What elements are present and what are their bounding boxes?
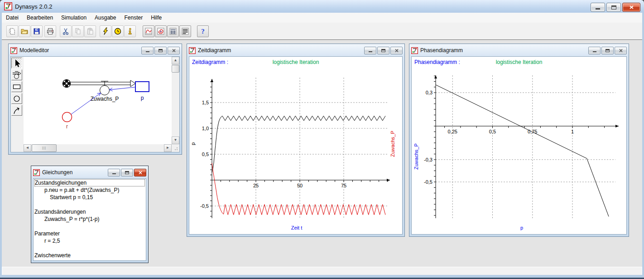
gleichungen-close-button[interactable] — [134, 169, 146, 176]
toolbar-button-equations-view[interactable] — [179, 25, 191, 37]
equation-section-zwischenwerte[interactable]: Zwischenwerte — [34, 252, 145, 259]
flow-tool-icon — [12, 70, 22, 80]
lightning-bolt-icon — [101, 27, 110, 35]
maximize-icon — [159, 49, 163, 52]
dynasys-main-window: Dynasys 2.0.2 Datei Bearbeiten Simulatio… — [0, 0, 644, 279]
svg-text:75: 75 — [341, 183, 346, 188]
equation-section-parameter[interactable]: Parameter — [34, 230, 145, 237]
modelleditor-minimize-button[interactable] — [141, 47, 154, 54]
menu-bar: Datei Bearbeiten Simulation Ausgabe Fens… — [2, 13, 642, 23]
minimize-icon — [596, 8, 600, 10]
toolbar-button-print[interactable] — [44, 25, 56, 37]
svg-text:Zuwachs_P: Zuwachs_P — [390, 131, 395, 157]
toolbar-button-table-view[interactable] — [167, 25, 179, 37]
model-canvas[interactable]: Zuwachs_P p r — [24, 57, 172, 144]
stock-label[interactable]: p — [141, 95, 144, 101]
flow-label[interactable]: Zuwachs_P — [91, 96, 119, 102]
stock-rectangle[interactable] — [135, 82, 149, 92]
modelleditor-close-button[interactable] — [168, 47, 180, 54]
phasendiagramm-titlebar[interactable]: Phasendiagramm — [411, 45, 627, 55]
menu-ausgabe[interactable]: Ausgabe — [91, 13, 120, 22]
connector-p-to-flow[interactable] — [109, 87, 135, 91]
horizontal-scrollbar[interactable]: ◄ ||| ► — [24, 144, 172, 152]
scroll-left-button[interactable]: ◄ — [24, 144, 31, 152]
parameter-circle[interactable] — [62, 113, 72, 122]
equation-section-zustandsgleichungen[interactable]: Zustandsgleichungen — [34, 179, 145, 186]
toolbar-button-info[interactable] — [124, 25, 136, 37]
vertical-scrollbar[interactable]: ▲ ▼ — [172, 57, 179, 144]
svg-text:0,5: 0,5 — [489, 129, 496, 134]
svg-text:1,5: 1,5 — [202, 100, 209, 105]
main-close-button[interactable] — [622, 3, 640, 12]
tool-pointer[interactable] — [11, 58, 22, 69]
scissors-icon — [62, 27, 70, 35]
equation-line[interactable]: Startwert p = 0,15 — [34, 194, 145, 201]
zeitdiagramm-maximize-button[interactable] — [377, 47, 389, 54]
main-titlebar[interactable]: Dynasys 2.0.2 — [0, 0, 644, 13]
toolbar-button-run-simulation[interactable] — [100, 25, 111, 37]
flow-pipe[interactable] — [71, 80, 136, 95]
toolbar-button-copy[interactable] — [72, 25, 84, 37]
toolbar-button-time-diagram-view[interactable] — [143, 25, 154, 37]
toolbar-button-new-file[interactable] — [6, 25, 18, 37]
toolbar-button-paste[interactable] — [84, 25, 96, 37]
resize-grip[interactable] — [172, 144, 179, 152]
tool-stock-rectangle[interactable] — [11, 81, 22, 92]
zeitdiagramm-titlebar[interactable]: Zeitdiagramm — [189, 45, 403, 55]
maximize-icon — [611, 5, 616, 10]
source-cloud-symbol[interactable] — [63, 80, 71, 88]
gleichungen-maximize-button[interactable] — [121, 169, 133, 176]
zeitdiagramm-content: Zeitdiagramm : logistische Iteration 1,5… — [189, 56, 403, 235]
equation-section-zustandsaenderungen[interactable]: Zustandsänderungen — [34, 208, 145, 215]
phase-diagram-icon — [157, 27, 165, 35]
close-icon — [619, 49, 623, 52]
maximize-icon — [125, 171, 129, 174]
toolbar-button-help[interactable]: ? — [197, 25, 209, 37]
menu-bearbeiten[interactable]: Bearbeiten — [23, 13, 57, 22]
tool-auxiliary-circle[interactable] — [11, 93, 22, 104]
scroll-up-button[interactable]: ▲ — [172, 57, 179, 64]
printer-icon — [46, 27, 54, 35]
phasendiagramm-close-button[interactable] — [615, 47, 627, 54]
scroll-right-button[interactable]: ► — [164, 144, 172, 152]
scroll-down-button[interactable]: ▼ — [172, 137, 179, 144]
menu-hilfe[interactable]: Hilfe — [147, 13, 166, 22]
equation-line[interactable]: p.neu = p.alt + dt*(Zuwachs_P) — [34, 186, 145, 194]
menu-simulation[interactable]: Simulation — [57, 13, 91, 22]
circle-icon — [12, 93, 22, 103]
vertical-scroll-thumb[interactable] — [172, 65, 179, 73]
gleichungen-minimize-button[interactable] — [108, 169, 120, 176]
window-border-right — [642, 13, 644, 278]
toolbar-button-phase-diagram-view[interactable] — [155, 25, 167, 37]
app-icon — [33, 169, 40, 176]
rectangle-icon — [12, 82, 22, 92]
zeitdiagramm-minimize-button[interactable] — [364, 47, 376, 54]
horizontal-scroll-thumb[interactable]: ||| — [32, 144, 57, 152]
connector-r-to-flow[interactable] — [71, 93, 101, 114]
phasendiagramm-maximize-button[interactable] — [601, 47, 614, 54]
toolbar-button-open-file[interactable] — [19, 25, 30, 37]
menu-datei[interactable]: Datei — [2, 13, 23, 22]
toolbar-button-simulation-time[interactable] — [112, 25, 124, 37]
equation-line[interactable]: r = 2,5 — [34, 237, 145, 245]
equation-line[interactable]: Zuwachs_P = r*p*(1-p) — [34, 215, 145, 223]
copy-icon — [74, 27, 82, 35]
phasendiagramm-minimize-button[interactable] — [588, 47, 601, 54]
phasendiagramm-title: Phasendiagramm — [420, 47, 586, 54]
phasendiagramm-content: Phasendiagramm : logistische Iteration 0… — [411, 56, 627, 235]
toolbar-button-cut[interactable] — [60, 25, 72, 37]
gleichungen-titlebar[interactable]: Gleichungen — [33, 167, 146, 177]
zeitdiagramm-close-button[interactable] — [390, 47, 403, 54]
tool-connector-arrow[interactable] — [11, 105, 22, 116]
svg-text:p: p — [520, 225, 523, 230]
time-diagram-icon — [144, 27, 153, 35]
modelleditor-maximize-button[interactable] — [154, 47, 167, 54]
toolbar-button-save[interactable] — [31, 25, 43, 37]
main-maximize-button[interactable] — [606, 3, 621, 12]
modelleditor-titlebar[interactable]: Modelleditor — [10, 45, 180, 55]
parameter-label[interactable]: r — [66, 123, 68, 130]
svg-text:0,3: 0,3 — [426, 90, 433, 95]
main-minimize-button[interactable] — [591, 3, 605, 12]
tool-flow[interactable] — [11, 69, 22, 80]
menu-fenster[interactable]: Fenster — [120, 13, 147, 22]
